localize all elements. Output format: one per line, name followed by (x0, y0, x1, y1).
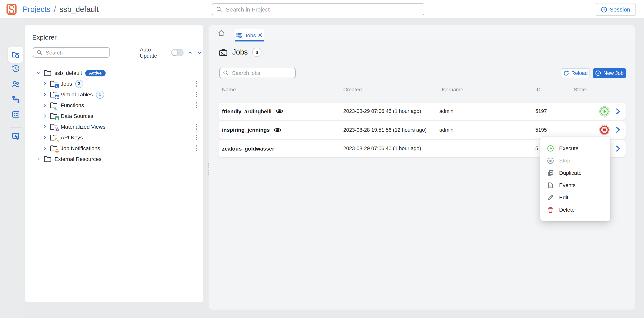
row-expand-chevron-icon[interactable] (615, 144, 620, 152)
tree-item-ssb-default[interactable]: ssb_default Active (25, 68, 203, 78)
column-header-name: Name (222, 87, 236, 92)
rail-item-lineage[interactable] (9, 92, 22, 106)
forms-list-icon (12, 110, 20, 119)
kebab-menu-icon[interactable] (196, 134, 198, 140)
expand-down-icon[interactable] (196, 49, 203, 56)
chevron-right-icon[interactable] (37, 157, 41, 161)
play-circle-icon (547, 145, 554, 152)
job-id: 5197 (535, 102, 547, 120)
tree-item-label: External Resources (54, 156, 102, 162)
new-job-button-label: New Job (603, 70, 624, 76)
tree-item-label: Functions (61, 102, 84, 108)
jobs-table-header: Name Created Username ID State (209, 87, 635, 94)
rail-item-history[interactable] (9, 62, 22, 75)
tree-item-job-notifications[interactable]: Job Notifications (25, 143, 203, 154)
tree-item-data-sources[interactable]: Data Sources (25, 110, 203, 121)
api-keys-folder-icon (50, 134, 58, 141)
menu-item-edit[interactable]: Edit (540, 191, 610, 204)
project-search-input[interactable] (225, 6, 420, 13)
eye-sampling-icon[interactable] (275, 108, 284, 114)
kebab-menu-icon[interactable] (196, 92, 198, 98)
tree-item-api-keys[interactable]: API Keys (25, 132, 203, 143)
kebab-menu-icon[interactable] (196, 124, 198, 130)
job-row-inspiring-jennings[interactable]: inspiring_jennings 2023-08-28 19:51:56 (… (218, 121, 626, 138)
chevron-right-icon[interactable] (43, 114, 47, 118)
menu-item-duplicate[interactable]: Duplicate (540, 167, 610, 179)
duplicate-icon (547, 170, 554, 176)
lineage-icon (12, 95, 20, 103)
data-sources-folder-icon (50, 113, 58, 119)
breadcrumb-projects-link[interactable]: Projects (23, 5, 50, 14)
menu-item-events[interactable]: Events (540, 179, 610, 191)
row-expand-chevron-icon[interactable] (615, 126, 620, 134)
tree-item-materialized-views[interactable]: Materialized Views (25, 121, 203, 132)
tree-item-label: Materialized Views (61, 124, 106, 130)
kebab-menu-icon[interactable] (196, 145, 198, 151)
explorer-panel: Explorer Auto Update (25, 25, 203, 302)
tab-close-icon[interactable] (258, 33, 262, 37)
virtual-tables-folder-icon (50, 91, 58, 98)
pencil-icon (547, 194, 554, 201)
menu-item-execute[interactable]: Execute (540, 142, 610, 154)
new-job-button[interactable]: New Job (593, 68, 626, 78)
column-header-id: ID (535, 87, 540, 92)
tree-item-label: ssb_default (54, 70, 82, 76)
session-button-label: Session (610, 6, 630, 13)
job-id: 5195 (535, 121, 547, 138)
job-row-friendly-ardinghelli[interactable]: friendly_ardinghelli 2023-08-29 07:06:45… (218, 102, 626, 120)
rail-divider (10, 127, 22, 128)
svg-text:f(): f() (54, 106, 57, 110)
chevron-right-icon[interactable] (43, 136, 47, 140)
rail-item-explorer[interactable] (8, 47, 24, 62)
menu-item-delete[interactable]: Delete (540, 204, 610, 216)
explorer-tree: ssb_default Active Jobs 3 (25, 68, 203, 164)
reload-button[interactable]: Reload (561, 68, 590, 78)
chevron-right-icon[interactable] (43, 146, 47, 150)
tree-item-virtual-tables[interactable]: Virtual Tables 1 (25, 89, 203, 100)
explorer-search-box[interactable] (33, 47, 110, 58)
reload-icon (563, 70, 569, 76)
eye-sampling-icon[interactable] (274, 127, 282, 133)
jobs-search-input[interactable] (231, 70, 292, 76)
chevron-right-icon[interactable] (43, 103, 47, 107)
menu-item-stop[interactable]: Stop (540, 154, 610, 167)
state-stopped-icon[interactable] (599, 124, 610, 135)
chevron-right-icon[interactable] (43, 125, 47, 129)
column-header-created: Created (343, 87, 362, 92)
left-icon-rail (0, 18, 25, 318)
home-tab-icon[interactable] (217, 29, 225, 37)
chevron-right-icon[interactable] (43, 82, 47, 86)
breadcrumb: Projects / ssb_default (23, 5, 99, 14)
menu-item-label: Execute (559, 145, 578, 151)
jobs-search-box[interactable] (219, 68, 296, 78)
folder-icon (44, 70, 52, 76)
jobs-folder-icon (50, 80, 58, 87)
ssb-logo-icon[interactable] (6, 4, 17, 15)
project-search-box[interactable] (212, 4, 424, 15)
kebab-menu-icon[interactable] (196, 81, 198, 87)
session-button[interactable]: Session (596, 3, 636, 16)
chevron-right-icon[interactable] (43, 92, 47, 96)
rail-item-users[interactable] (9, 78, 22, 91)
explorer-search-input[interactable] (45, 49, 106, 56)
tree-item-external-resources[interactable]: External Resources (25, 154, 203, 164)
column-header-state: State (574, 87, 586, 92)
auto-update-toggle[interactable] (171, 49, 184, 56)
tab-jobs[interactable]: Jobs (235, 29, 264, 41)
clock-icon (601, 6, 607, 12)
job-created: 2023-08-29 07:06:45 (1 hour ago) (343, 102, 421, 120)
row-expand-chevron-icon[interactable] (615, 107, 620, 115)
tree-item-jobs[interactable]: Jobs 3 (25, 78, 203, 89)
state-running-icon[interactable] (599, 106, 610, 116)
reload-button-label: Reload (571, 70, 588, 76)
rail-item-monitoring[interactable] (9, 130, 22, 143)
menu-item-label: Edit (559, 194, 568, 200)
chevron-down-icon[interactable] (37, 71, 41, 75)
monitoring-chart-icon (12, 132, 20, 140)
auto-update-label: Auto Update (140, 46, 168, 58)
search-icon (37, 50, 42, 55)
rail-item-forms[interactable] (9, 108, 22, 121)
tree-item-functions[interactable]: f() Functions (25, 100, 203, 110)
kebab-menu-icon[interactable] (196, 102, 198, 108)
collapse-up-icon[interactable] (187, 49, 193, 56)
